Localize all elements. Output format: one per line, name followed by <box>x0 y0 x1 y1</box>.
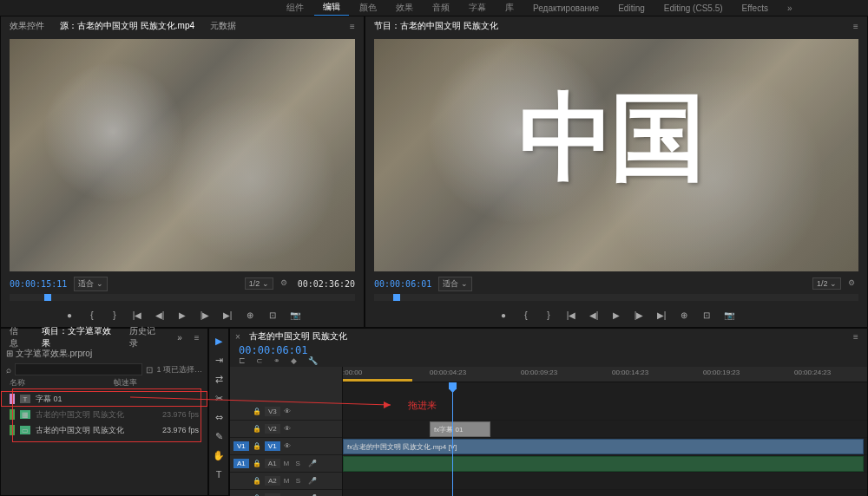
track-header-v1[interactable]: V1 🔒 V1 👁 <box>230 438 342 455</box>
tab-assembly[interactable]: 组件 <box>278 0 312 16</box>
linked-selection-icon[interactable]: ⚭ <box>273 356 284 367</box>
title-clip[interactable]: fx 字幕 01 <box>430 421 490 437</box>
source-zoom-dropdown[interactable]: 1/2 ⌄ <box>245 277 273 290</box>
play-btn[interactable]: ▶ <box>177 310 187 320</box>
timeline-timecode[interactable]: 00:00:06:01 <box>239 344 307 356</box>
slip-tool[interactable]: ⇔ <box>212 410 226 424</box>
panel-menu-icon[interactable] <box>194 333 202 343</box>
razor-tool[interactable]: ✂ <box>212 391 226 405</box>
lock-icon[interactable]: 🔒 <box>253 442 261 451</box>
track-a3[interactable] <box>343 490 867 496</box>
source-fit-dropdown[interactable]: 适合 ⌄ <box>74 277 108 291</box>
program-fit-dropdown[interactable]: 适合 ⌄ <box>438 277 472 291</box>
program-timecode[interactable]: 00:00:06:01 <box>374 279 431 289</box>
add-marker-btn[interactable]: ● <box>64 310 75 320</box>
source-viewport[interactable] <box>10 39 355 271</box>
panel-menu-icon[interactable] <box>853 332 862 342</box>
video-clip[interactable]: fx 古老的中国文明 民族文化.mp4 [V] <box>343 439 864 454</box>
insert-btn[interactable]: ⊕ <box>245 310 255 320</box>
voice-over-icon[interactable]: 🎤 <box>308 460 317 468</box>
solo-icon[interactable]: S <box>296 477 305 486</box>
tab-metadata[interactable]: 元数据 <box>207 18 240 34</box>
add-marker-btn[interactable]: ● <box>498 310 509 320</box>
tabs-overflow[interactable]: » <box>779 2 801 15</box>
selection-tool[interactable]: ▶ <box>212 334 226 348</box>
export-frame-btn[interactable]: 📷 <box>724 310 734 320</box>
track-v2[interactable]: fx 字幕 01 <box>343 421 867 438</box>
track-v1[interactable]: fx 古老的中国文明 民族文化.mp4 [V] <box>343 438 867 455</box>
step-back-btn[interactable]: ◀| <box>155 310 165 320</box>
panel-menu-icon[interactable] <box>350 22 358 31</box>
track-label[interactable]: V2 <box>265 424 280 434</box>
project-item-title[interactable]: T 字幕 01 <box>1 391 207 407</box>
goto-in-btn[interactable]: |◀ <box>566 310 576 320</box>
project-search-input[interactable] <box>15 363 142 375</box>
track-label[interactable]: V1 <box>265 441 280 451</box>
program-zoom-dropdown[interactable]: 1/2 ⌄ <box>812 277 841 290</box>
source-patch[interactable]: V1 <box>233 441 249 451</box>
solo-icon[interactable]: S <box>296 460 305 468</box>
export-frame-btn[interactable]: 📷 <box>290 310 300 320</box>
tab-editing-cs55[interactable]: Editing (CS5.5) <box>655 2 732 15</box>
tab-audio[interactable]: 音频 <box>424 0 458 16</box>
lock-icon[interactable]: 🔒 <box>253 477 261 486</box>
source-out-timecode[interactable]: 00:02:36:20 <box>298 279 355 289</box>
source-scrubber[interactable] <box>10 294 355 301</box>
pen-tool[interactable]: ✎ <box>212 429 226 443</box>
goto-in-btn[interactable]: |◀ <box>132 310 142 320</box>
source-in-timecode[interactable]: 00:00:15:11 <box>10 279 67 289</box>
lock-icon[interactable]: 🔒 <box>253 425 261 434</box>
settings-icon[interactable]: ⚙ <box>280 278 291 289</box>
track-label[interactable]: V3 <box>265 407 280 416</box>
nest-icon[interactable]: ⊏ <box>239 356 249 367</box>
play-btn[interactable]: ▶ <box>611 310 621 320</box>
tab-editing-ru[interactable]: Редактирование <box>524 2 608 15</box>
markers-icon[interactable]: ◆ <box>291 356 301 367</box>
program-playhead[interactable] <box>393 294 400 301</box>
work-area-bar[interactable] <box>343 379 412 382</box>
source-patch[interactable]: A1 <box>233 459 249 468</box>
close-icon[interactable]: × <box>235 332 240 342</box>
audio-clip[interactable] <box>343 456 864 472</box>
tab-color[interactable]: 颜色 <box>351 0 385 16</box>
tracks-area[interactable]: :00:00 00:00:04:23 00:00:09:23 00:00:14:… <box>343 367 867 496</box>
hand-tool[interactable]: ✋ <box>212 448 226 462</box>
mark-in-btn[interactable]: { <box>87 310 97 320</box>
goto-out-btn[interactable]: ▶| <box>656 310 667 320</box>
source-playhead[interactable] <box>44 294 51 301</box>
tab-library[interactable]: 库 <box>496 0 523 16</box>
tabs-overflow[interactable]: » <box>174 331 186 344</box>
sequence-tab[interactable]: 古老的中国文明 民族文化 <box>246 329 351 344</box>
track-header-v3[interactable]: 🔒 V3 👁 <box>230 403 342 421</box>
settings-icon[interactable]: 🔧 <box>308 356 319 367</box>
mark-out-btn[interactable]: } <box>109 310 120 320</box>
settings-icon[interactable]: ⚙ <box>848 278 858 289</box>
col-framerate[interactable]: 帧速率 <box>114 377 137 391</box>
goto-out-btn[interactable]: ▶| <box>222 310 233 320</box>
time-ruler[interactable]: :00:00 00:00:04:23 00:00:09:23 00:00:14:… <box>343 367 867 382</box>
type-tool[interactable]: T <box>212 467 226 481</box>
toggle-output-icon[interactable]: 👁 <box>284 425 293 434</box>
voice-over-icon[interactable]: 🎤 <box>308 477 317 486</box>
toggle-output-icon[interactable]: 👁 <box>284 442 293 451</box>
track-a1[interactable] <box>343 455 867 473</box>
ripple-edit-tool[interactable]: ⇄ <box>212 372 226 386</box>
tab-captions[interactable]: 字幕 <box>460 0 495 16</box>
project-item-sequence[interactable]: ▦ 古老的中国文明 民族文化 23.976 fps <box>1 407 207 422</box>
track-label[interactable]: A2 <box>265 476 280 486</box>
track-header-v2[interactable]: 🔒 V2 👁 <box>230 421 342 438</box>
step-fwd-btn[interactable]: |▶ <box>634 310 644 320</box>
project-item-video[interactable]: ▭ 古老的中国文明 民族文化 23.976 fps <box>1 422 207 438</box>
lock-icon[interactable]: 🔒 <box>253 460 261 468</box>
track-header-a1[interactable]: A1 🔒 A1 M S 🎤 <box>230 455 342 473</box>
tab-effects-en[interactable]: Effects <box>733 2 777 15</box>
mark-in-btn[interactable]: { <box>521 310 531 320</box>
program-scrubber[interactable] <box>374 294 858 301</box>
tab-editing[interactable]: 编辑 <box>314 0 349 16</box>
panel-menu-icon[interactable] <box>853 22 862 31</box>
track-header-a2[interactable]: 🔒 A2 M S 🎤 <box>230 473 342 490</box>
program-viewport[interactable]: 中国 <box>374 39 858 271</box>
filter-icon[interactable]: ⊡ <box>146 365 153 375</box>
mute-icon[interactable]: M <box>284 460 293 468</box>
track-a2[interactable] <box>343 473 867 490</box>
